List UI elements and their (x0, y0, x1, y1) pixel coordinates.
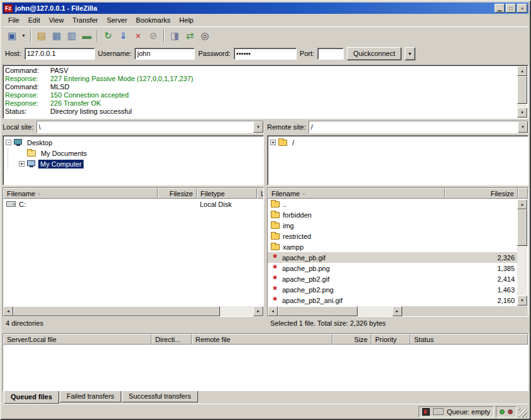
column-header-filename[interactable]: Filename▵ (268, 188, 445, 199)
scrollbar-thumb[interactable] (13, 306, 220, 316)
local-site-combo[interactable]: ▼ (36, 121, 264, 133)
file-row[interactable]: restricted (268, 231, 518, 241)
column-header-remote-file[interactable]: Remote file (192, 334, 332, 345)
column-header-filename[interactable]: Filename▵ (3, 188, 158, 199)
scrollbar-thumb[interactable] (517, 76, 527, 104)
toggle-local-tree-button[interactable]: ▦ (49, 28, 64, 43)
remote-site-combo[interactable]: ▼ (309, 121, 528, 133)
scroll-up-button[interactable]: ▲ (517, 199, 527, 209)
remote-vscrollbar[interactable]: ▲ ▼ (517, 199, 527, 306)
file-row[interactable]: apache_pb.gif2,326 (268, 252, 518, 263)
toolbar-separator (163, 30, 165, 42)
local-status-text: 4 directories (3, 317, 264, 329)
local-site-dropdown-button[interactable]: ▼ (253, 121, 263, 133)
compare-button[interactable]: ◨ (167, 28, 182, 43)
sync-browse-button[interactable]: ⇄ (182, 28, 197, 43)
expand-icon[interactable]: + (19, 161, 25, 167)
scrollbar-track[interactable] (517, 76, 527, 108)
host-input[interactable] (25, 48, 95, 60)
cancel-button[interactable]: × (131, 28, 146, 43)
status-bar: Queue: empty (3, 404, 528, 417)
collapse-icon[interactable]: - (6, 140, 11, 145)
menu-bookmarks[interactable]: Bookmarks (131, 14, 175, 26)
file-row[interactable]: apache_pb2.png1,463 (268, 284, 518, 295)
toggle-queue-button[interactable]: ▬ (79, 28, 94, 43)
scrollbar-track[interactable] (278, 306, 392, 316)
disconnect-button[interactable]: ⊘ (146, 28, 161, 43)
title-bar[interactable]: Fz john@127.0.0.1 - FileZilla ▁ □ × (3, 3, 528, 14)
tree-item-x[interactable]: +/ (269, 137, 527, 148)
refresh-button[interactable]: ↻ (101, 28, 116, 43)
column-header-filetype[interactable]: Filetype (197, 188, 257, 199)
menu-transfer[interactable]: Transfer (68, 14, 102, 26)
remote-site-input[interactable] (309, 121, 518, 133)
file-row[interactable]: img (268, 220, 518, 231)
file-name: apache_pb2.png (282, 286, 334, 294)
menu-help[interactable]: Help (175, 14, 198, 26)
scroll-down-button[interactable]: ▼ (517, 296, 527, 306)
scrollbar-thumb[interactable] (278, 306, 358, 316)
process-queue-button[interactable]: ⇓ (116, 28, 131, 43)
file-row[interactable]: xampp (268, 241, 518, 252)
column-header-l[interactable]: L (257, 188, 264, 199)
maximize-button[interactable]: □ (506, 4, 516, 13)
toggle-log-button[interactable]: ▤ (34, 28, 49, 43)
tree-item-my-documents[interactable]: My Documents (4, 148, 262, 158)
column-header-server-local-file[interactable]: Server/Local file (3, 334, 151, 345)
site-manager-button[interactable]: ▣ (4, 28, 19, 43)
file-row[interactable]: forbidden (268, 209, 518, 220)
local-list-rows: C:Local Disk (3, 199, 263, 306)
tree-item-desktop[interactable]: -Desktop (4, 137, 262, 148)
menu-view[interactable]: View (45, 14, 68, 26)
remote-site-dropdown-button[interactable]: ▼ (518, 121, 528, 133)
file-row[interactable]: apache_pb.png1,385 (268, 263, 518, 274)
file-cell: Local Disk (197, 199, 257, 209)
port-input[interactable] (317, 48, 344, 60)
column-header-size[interactable]: Size (332, 334, 371, 345)
column-header-filesize[interactable]: Filesize (158, 188, 197, 199)
local-site-input[interactable] (37, 121, 253, 133)
scroll-left-button[interactable]: ◄ (3, 306, 13, 316)
remote-hscrollbar[interactable]: ◄ ► (268, 306, 402, 316)
username-input[interactable] (134, 48, 195, 60)
toggle-remote-tree-icon: ▥ (67, 31, 76, 40)
log-scrollbar[interactable]: ▲ ▼ (517, 66, 527, 118)
tab-queued-files[interactable]: Queued files (4, 391, 59, 404)
toolbar-separator (97, 30, 98, 42)
quickconnect-dropdown-button[interactable]: ▼ (405, 47, 415, 60)
menu-file[interactable]: File (4, 14, 24, 26)
minimize-button[interactable]: ▁ (495, 4, 505, 13)
tree-item-my-computer[interactable]: +My Computer (4, 158, 262, 169)
menu-server[interactable]: Server (102, 14, 131, 26)
scroll-down-button[interactable]: ▼ (517, 108, 527, 118)
tab-failed-transfers[interactable]: Failed transfers (60, 391, 121, 402)
site-manager-dropdown-button[interactable]: ▼ (19, 28, 28, 43)
scroll-right-button[interactable]: ► (392, 306, 402, 316)
column-header-priority[interactable]: Priority (371, 334, 410, 345)
local-hscrollbar[interactable]: ◄ ► (3, 306, 263, 316)
file-row[interactable]: apache_pb2_ani.gif2,160 (268, 295, 518, 306)
find-button[interactable]: ◎ (197, 28, 212, 43)
file-row[interactable]: apache_pb2.gif2,414 (268, 274, 518, 284)
close-button[interactable]: × (517, 4, 527, 13)
quickconnect-button[interactable]: Quickconnect (347, 47, 402, 60)
password-input[interactable] (234, 48, 297, 60)
tab-successful-transfers[interactable]: Successful transfers (122, 391, 198, 402)
drive-icon (6, 201, 16, 207)
scroll-up-button[interactable]: ▲ (517, 66, 527, 76)
file-row[interactable]: C:Local Disk (3, 199, 263, 209)
menu-edit[interactable]: Edit (24, 14, 45, 26)
toggle-remote-tree-button[interactable]: ▥ (64, 28, 79, 43)
resize-grip[interactable] (518, 409, 527, 417)
scrollbar-track[interactable] (517, 209, 527, 296)
file-row[interactable]: .. (268, 199, 518, 209)
expand-icon[interactable]: + (270, 140, 276, 145)
column-header-directi[interactable]: Directi... (151, 334, 192, 345)
scroll-right-button[interactable]: ► (253, 306, 263, 316)
column-header-status[interactable]: Status (410, 334, 528, 345)
scrollbar-track[interactable] (13, 306, 253, 316)
scrollbar-thumb[interactable] (517, 209, 527, 246)
scroll-left-button[interactable]: ◄ (268, 306, 278, 316)
column-header-filesize[interactable]: Filesize (445, 188, 518, 199)
file-cell: 2,326 (445, 252, 518, 263)
